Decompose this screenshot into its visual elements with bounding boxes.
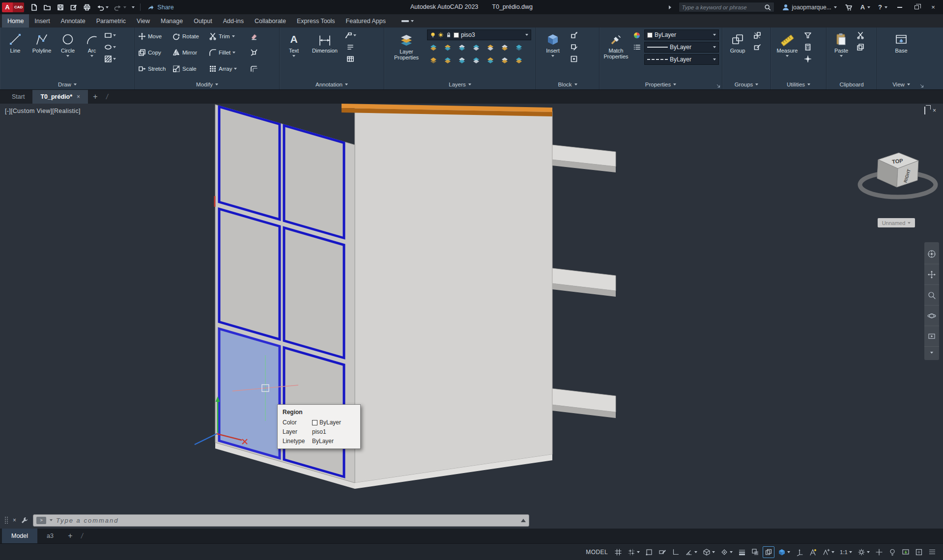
- move-tool-button[interactable]: Move: [138, 30, 169, 43]
- trim-tool-button[interactable]: Trim: [209, 30, 244, 43]
- search-icon[interactable]: [764, 4, 771, 11]
- cut-button[interactable]: [855, 29, 866, 41]
- annotation-visibility-toggle[interactable]: [807, 546, 819, 558]
- polyline-tool-button[interactable]: Polyline: [29, 29, 55, 54]
- ribbon-tab-manage[interactable]: Manage: [155, 14, 188, 28]
- utilities-panel-label[interactable]: Utilities: [771, 79, 826, 89]
- layer-match-button[interactable]: [484, 42, 497, 53]
- named-view-dropdown[interactable]: Unnamed: [878, 218, 915, 227]
- undo-button[interactable]: [94, 1, 111, 13]
- annotation-scale-button[interactable]: 1:1: [838, 546, 854, 558]
- id-point-button[interactable]: [802, 53, 814, 65]
- viewport-restore-button[interactable]: [924, 107, 925, 114]
- layer-freeze-button[interactable]: [456, 42, 468, 53]
- layers-panel-label[interactable]: Layers: [384, 79, 536, 89]
- ribbon-tab-view[interactable]: View: [131, 14, 155, 28]
- clean-screen-button[interactable]: [913, 546, 925, 558]
- customize-wrench-icon[interactable]: [21, 516, 29, 524]
- expand-toolbar-chevron[interactable]: [665, 1, 675, 13]
- zoom-button[interactable]: [924, 285, 939, 306]
- viewcube[interactable]: TOP RIGHT: [853, 138, 943, 202]
- isodraft-toggle[interactable]: [701, 546, 717, 558]
- group-button[interactable]: Group: [725, 29, 750, 54]
- close-window-button[interactable]: ×: [925, 0, 941, 14]
- ribbon-tab-featured-apps[interactable]: Featured Apps: [341, 14, 391, 28]
- annotation-monitor-toggle[interactable]: [873, 546, 885, 558]
- rotate-tool-button[interactable]: Rotate: [172, 30, 205, 43]
- autodesk-access-button[interactable]: A: [857, 1, 874, 13]
- ribbon-tab-addins[interactable]: Add-ins: [218, 14, 249, 28]
- app-store-cart-button[interactable]: [841, 1, 856, 13]
- ortho-toggle[interactable]: [670, 546, 682, 558]
- line-tool-button[interactable]: Line: [3, 29, 28, 54]
- qat-customize-button[interactable]: [129, 1, 137, 13]
- drag-handle-icon[interactable]: [4, 516, 8, 524]
- workspace-switching-button[interactable]: [856, 546, 872, 558]
- mirror-tool-button[interactable]: Mirror: [172, 46, 205, 59]
- fillet-tool-button[interactable]: Fillet: [209, 46, 244, 59]
- block-editor-button[interactable]: [568, 53, 580, 65]
- layer-thaw-all-button[interactable]: [441, 55, 454, 66]
- layer-dropdown[interactable]: piso3: [427, 29, 531, 40]
- draw-panel-label[interactable]: Draw: [0, 79, 135, 89]
- drawing-canvas[interactable]: [-][Custom View][Realistic] × TOP RIGHT …: [0, 104, 943, 512]
- osnap-3d-toggle[interactable]: [776, 546, 792, 558]
- new-file-button[interactable]: [28, 1, 40, 13]
- selected-region[interactable]: [219, 329, 280, 458]
- navigation-wheel-button[interactable]: [924, 244, 939, 264]
- quick-select-button[interactable]: [802, 29, 814, 41]
- new-layout-button[interactable]: +: [63, 529, 78, 543]
- table-tool-button[interactable]: [344, 53, 356, 65]
- ribbon-tab-parametric[interactable]: Parametric: [91, 14, 131, 28]
- arc-tool-button[interactable]: Arc: [81, 29, 103, 57]
- groups-panel-label[interactable]: Groups: [722, 79, 771, 89]
- paste-button[interactable]: Paste: [829, 29, 853, 57]
- model-tab[interactable]: Model: [2, 529, 37, 543]
- showmotion-button[interactable]: [924, 326, 939, 347]
- lineweight-toggle[interactable]: [736, 546, 748, 558]
- quick-calc-button[interactable]: [802, 41, 814, 53]
- plot-button[interactable]: [81, 1, 93, 13]
- ellipse-tool-button[interactable]: [104, 41, 116, 53]
- isolate-objects-button[interactable]: [886, 546, 898, 558]
- lineweight-dropdown[interactable]: ByLayer: [644, 42, 719, 53]
- clipboard-panel-label[interactable]: Clipboard: [827, 79, 877, 89]
- restore-window-button[interactable]: [909, 0, 924, 14]
- ribbon-tab-insert[interactable]: Insert: [29, 14, 55, 28]
- create-block-button[interactable]: [568, 29, 580, 41]
- autocad-app-button[interactable]: A CAD: [2, 2, 24, 12]
- block-panel-label[interactable]: Block: [536, 79, 599, 89]
- text-style-tool-button[interactable]: [344, 41, 356, 53]
- file-tab-start[interactable]: Start: [4, 90, 32, 104]
- layer-walk-button[interactable]: [484, 55, 497, 66]
- explode-tool-button[interactable]: [248, 47, 260, 58]
- ribbon-tab-home[interactable]: Home: [2, 14, 29, 28]
- ribbon-display-toggle[interactable]: [397, 14, 418, 28]
- dimension-tool-button[interactable]: Dimension: [307, 29, 343, 54]
- layer-unisolate-button[interactable]: [427, 55, 440, 66]
- ribbon-tab-express-tools[interactable]: Express Tools: [291, 14, 341, 28]
- circle-tool-button[interactable]: Circle: [56, 29, 80, 57]
- graphics-performance-button[interactable]: [900, 546, 912, 558]
- layout-tab-a3[interactable]: a3: [37, 529, 63, 543]
- layer-prev-button[interactable]: [498, 42, 511, 53]
- modify-panel-label[interactable]: Modify: [135, 79, 279, 89]
- text-tool-button[interactable]: A Text: [283, 29, 305, 57]
- offset-tool-button[interactable]: [248, 63, 260, 75]
- selection-cycling-toggle[interactable]: [763, 546, 774, 558]
- layer-lock-button[interactable]: [470, 42, 483, 53]
- color-wheel-button[interactable]: [631, 29, 643, 41]
- properties-dialog-launcher[interactable]: [716, 84, 720, 88]
- layer-unlock-all-button[interactable]: [470, 55, 483, 66]
- orbit-button[interactable]: [924, 306, 939, 326]
- close-command-line-button[interactable]: ×: [13, 517, 16, 524]
- infer-constraints-toggle[interactable]: [643, 546, 655, 558]
- ribbon-tab-annotate[interactable]: Annotate: [56, 14, 91, 28]
- navbar-expand-button[interactable]: [924, 347, 939, 359]
- close-document-icon[interactable]: ×: [77, 93, 80, 100]
- pan-button[interactable]: [924, 264, 939, 285]
- copy-tool-button[interactable]: Copy: [138, 46, 169, 59]
- leader-tool-button[interactable]: [344, 29, 356, 41]
- group-edit-button[interactable]: [751, 41, 763, 53]
- layer-properties-button[interactable]: Layer Properties: [387, 29, 426, 61]
